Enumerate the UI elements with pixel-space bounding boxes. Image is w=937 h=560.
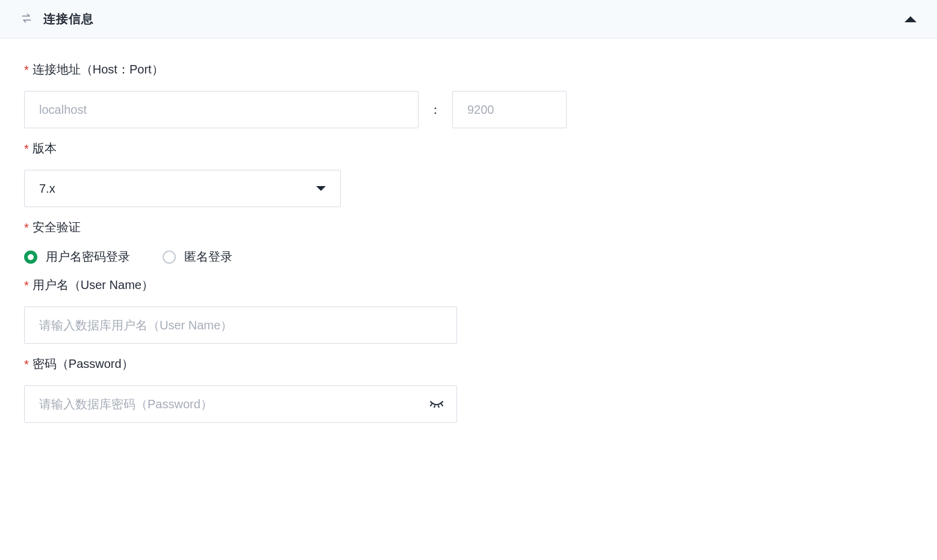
required-star: * xyxy=(24,64,29,76)
required-star: * xyxy=(24,358,29,370)
panel-header[interactable]: 连接信息 xyxy=(0,0,937,39)
radio-unchecked-icon xyxy=(163,250,176,264)
field-password-label: * 密码（Password） xyxy=(24,356,913,372)
field-auth-label: * 安全验证 xyxy=(24,219,913,235)
field-username-label: * 用户名（User Name） xyxy=(24,277,913,293)
field-password: * 密码（Password） xyxy=(24,356,913,423)
port-input[interactable] xyxy=(452,91,567,128)
version-selected: 7.x xyxy=(39,182,55,196)
hostport-separator: ： xyxy=(429,102,441,118)
required-star: * xyxy=(24,143,29,155)
label-text: 用户名（User Name） xyxy=(33,277,154,293)
radio-userpass[interactable]: 用户名密码登录 xyxy=(24,249,130,265)
field-host: * 连接地址（Host：Port） ： xyxy=(24,61,913,128)
version-select[interactable]: 7.x xyxy=(24,170,341,207)
label-text: 版本 xyxy=(33,140,57,157)
field-version-label: * 版本 xyxy=(24,140,913,157)
eye-closed-icon[interactable] xyxy=(429,400,444,408)
auth-radio-row: 用户名密码登录 匿名登录 xyxy=(24,249,913,265)
label-text: 密码（Password） xyxy=(33,356,134,372)
field-version: * 版本 7.x xyxy=(24,140,913,207)
chevron-up-icon[interactable] xyxy=(904,16,917,22)
radio-anonymous-label: 匿名登录 xyxy=(184,249,232,265)
field-username: * 用户名（User Name） xyxy=(24,277,913,344)
label-text: 连接地址（Host：Port） xyxy=(33,61,164,78)
field-host-label: * 连接地址（Host：Port） xyxy=(24,61,913,78)
password-input[interactable] xyxy=(24,385,457,423)
label-text: 安全验证 xyxy=(33,219,81,235)
panel-title: 连接信息 xyxy=(43,11,94,27)
radio-checked-icon xyxy=(24,250,37,264)
radio-userpass-label: 用户名密码登录 xyxy=(46,249,130,265)
required-star: * xyxy=(24,222,29,234)
field-auth: * 安全验证 用户名密码登录 匿名登录 xyxy=(24,219,913,265)
host-input[interactable] xyxy=(24,91,419,128)
panel-header-left: 连接信息 xyxy=(20,11,94,27)
swap-icon xyxy=(20,12,33,26)
chevron-down-icon xyxy=(316,186,326,191)
required-star: * xyxy=(24,279,29,291)
panel-body: * 连接地址（Host：Port） ： * 版本 7.x * 安全验证 xyxy=(0,39,937,459)
password-wrap xyxy=(24,385,457,423)
username-input[interactable] xyxy=(24,306,457,344)
hostport-row: ： xyxy=(24,91,913,128)
radio-anonymous[interactable]: 匿名登录 xyxy=(163,249,232,265)
